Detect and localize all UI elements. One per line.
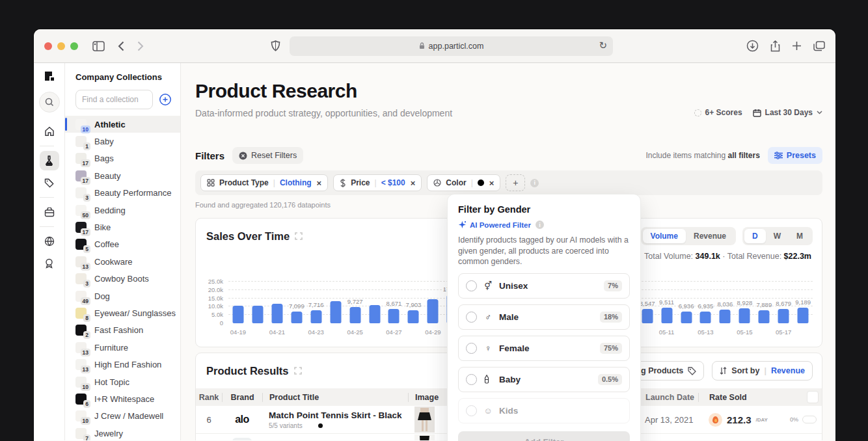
collection-search-input[interactable] <box>75 90 153 109</box>
collection-item-beauty-performance[interactable]: 3Beauty Performance <box>65 185 180 202</box>
filter-chip-price[interactable]: Price|< $100× <box>333 174 422 191</box>
radio-button[interactable] <box>466 280 477 291</box>
collection-item-i-r-whitespace[interactable]: 6I+R Whitespace <box>65 390 180 407</box>
date-range-selector[interactable]: Last 30 Days <box>753 108 822 117</box>
collection-item-coffee[interactable]: 5Coffee <box>65 236 180 253</box>
collection-item-j-crew-madewell[interactable]: 10J Crew / Madewell <box>65 408 180 425</box>
collection-item-high-end-fashion[interactable]: 13High End Fashion <box>65 356 180 373</box>
gender-option-baby[interactable]: Baby0.5% <box>458 367 630 392</box>
filters-info-icon[interactable]: i <box>530 179 539 187</box>
gender-option-male[interactable]: ♂Male18% <box>458 304 630 330</box>
bar-04-23[interactable] <box>310 310 321 323</box>
product-title-cell[interactable]: Match Point Tennis Skirt - Black5/5 vari… <box>262 410 408 429</box>
remove-chip-icon[interactable]: × <box>411 178 416 188</box>
filter-chip-product-type[interactable]: Product Type|Clothing× <box>200 174 328 191</box>
award-icon[interactable] <box>40 254 59 273</box>
bar-05-14[interactable] <box>720 310 731 323</box>
filter-chip-color[interactable]: Color|× <box>427 174 500 191</box>
tag-icon[interactable] <box>40 173 59 193</box>
minimize-window-button[interactable] <box>57 42 65 50</box>
bar-04-20[interactable] <box>252 306 263 323</box>
home-icon[interactable] <box>40 122 59 141</box>
new-tab-icon[interactable] <box>792 41 802 51</box>
collection-item-hot-topic[interactable]: 10Hot Topic <box>65 373 180 390</box>
sidebar-toggle-icon[interactable] <box>92 41 105 51</box>
bar-04-28[interactable] <box>408 310 419 323</box>
search-icon[interactable] <box>39 92 60 113</box>
collection-item-fast-fashion[interactable]: 2Fast Fashion <box>65 322 180 339</box>
toggle-volume[interactable]: Volume <box>643 229 686 243</box>
gender-option-unisex[interactable]: ⚥Unisex7% <box>458 273 630 299</box>
radio-button[interactable] <box>466 312 477 323</box>
collection-item-baby[interactable]: 1Baby <box>65 133 180 150</box>
collection-item-jewelry[interactable]: 7Jewelry <box>65 425 180 440</box>
scores-filter[interactable]: 6+ Scores <box>694 108 742 117</box>
collection-item-cookware[interactable]: 13Cookware <box>65 253 180 270</box>
flask-icon[interactable] <box>40 151 59 170</box>
info-icon[interactable]: i <box>536 220 544 229</box>
bar-05-15[interactable] <box>739 308 750 323</box>
expand-icon[interactable] <box>294 367 302 375</box>
column-header-product-title[interactable]: Product Title <box>262 393 408 402</box>
collection-item-bags[interactable]: 17Bags <box>65 150 180 167</box>
bar-05-10[interactable] <box>642 309 653 323</box>
bar-05-12[interactable] <box>681 312 692 323</box>
radio-button[interactable] <box>466 343 477 354</box>
close-window-button[interactable] <box>44 42 52 50</box>
bar-slot-04-29: 04-29 <box>423 262 442 323</box>
bar-04-29[interactable] <box>427 299 439 323</box>
forward-button[interactable] <box>137 41 144 51</box>
collection-item-eyewear-sunglasses[interactable]: 8Eyewear/ Sunglasses <box>65 304 180 321</box>
collection-count-badge: 6 <box>83 400 90 408</box>
collection-item-bedding[interactable]: 50Bedding <box>65 202 180 219</box>
granularity-w[interactable]: W <box>766 229 789 243</box>
bar-05-18[interactable] <box>798 308 809 323</box>
bar-04-21[interactable] <box>271 304 282 323</box>
bar-04-27[interactable] <box>388 309 400 323</box>
bag-icon[interactable] <box>40 202 59 222</box>
address-bar[interactable]: app.particl.com ↻ <box>290 36 613 56</box>
bar-04-22[interactable] <box>291 312 302 323</box>
bar-05-17[interactable] <box>778 309 789 323</box>
back-button[interactable] <box>118 41 124 51</box>
collection-item-dog[interactable]: 49Dog <box>65 287 180 304</box>
presets-button[interactable]: Presets <box>768 147 822 164</box>
column-header-launch-date[interactable]: Launch Date <box>633 393 698 402</box>
tab-overview-icon[interactable] <box>813 41 825 51</box>
add-filter-button[interactable]: Add Filter <box>458 431 630 441</box>
bar-04-24[interactable] <box>330 301 341 323</box>
toggle-revenue[interactable]: Revenue <box>686 229 734 243</box>
collection-item-cowboy-boots[interactable]: 3Cowboy Boots <box>65 271 180 287</box>
bar-05-11[interactable] <box>661 308 672 323</box>
remove-chip-icon[interactable]: × <box>317 178 322 188</box>
radio-button[interactable] <box>466 374 477 385</box>
granularity-m[interactable]: M <box>789 229 811 243</box>
remove-chip-icon[interactable]: × <box>489 178 495 188</box>
add-collection-icon[interactable] <box>158 92 172 107</box>
share-icon[interactable] <box>770 40 780 52</box>
sort-by-button[interactable]: Sort by | Revenue <box>712 361 813 381</box>
bar-04-26[interactable] <box>369 305 380 323</box>
bar-04-25[interactable] <box>349 307 360 323</box>
reload-icon[interactable]: ↻ <box>599 40 607 51</box>
gender-option-female[interactable]: ♀Female75% <box>458 336 630 361</box>
privacy-shield-icon[interactable] <box>271 40 280 51</box>
collection-item-bike[interactable]: 17Bike <box>65 219 180 235</box>
column-header-rank[interactable]: Rank <box>196 393 222 402</box>
column-header-brand[interactable]: Brand <box>222 393 262 402</box>
add-filter-chip-button[interactable]: + <box>506 174 525 191</box>
bar-05-16[interactable] <box>759 310 770 323</box>
collection-item-furniture[interactable]: 13Furniture <box>65 339 180 356</box>
collection-item-athletic[interactable]: 10Athletic <box>65 116 180 133</box>
expand-icon[interactable] <box>295 232 303 240</box>
bar-05-13[interactable] <box>700 312 711 323</box>
downloads-icon[interactable] <box>746 40 759 52</box>
collection-item-beauty[interactable]: 17Beauty <box>65 167 180 184</box>
globe-icon[interactable] <box>40 232 59 251</box>
y-axis-tick: 0 <box>200 319 223 327</box>
reset-filters-button[interactable]: Reset Filters <box>232 147 303 164</box>
bar-04-19[interactable] <box>232 306 243 323</box>
column-header-rate-sold[interactable]: Rate Sold <box>698 393 776 402</box>
zoom-window-button[interactable] <box>70 42 78 50</box>
granularity-d[interactable]: D <box>744 229 766 243</box>
